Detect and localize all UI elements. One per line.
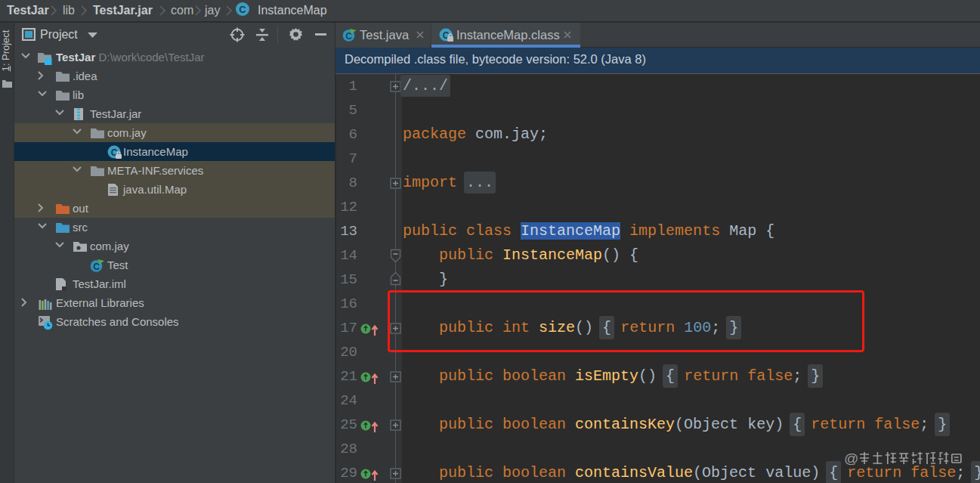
svg-text:C: C — [239, 4, 246, 15]
svg-text:C: C — [93, 262, 100, 272]
